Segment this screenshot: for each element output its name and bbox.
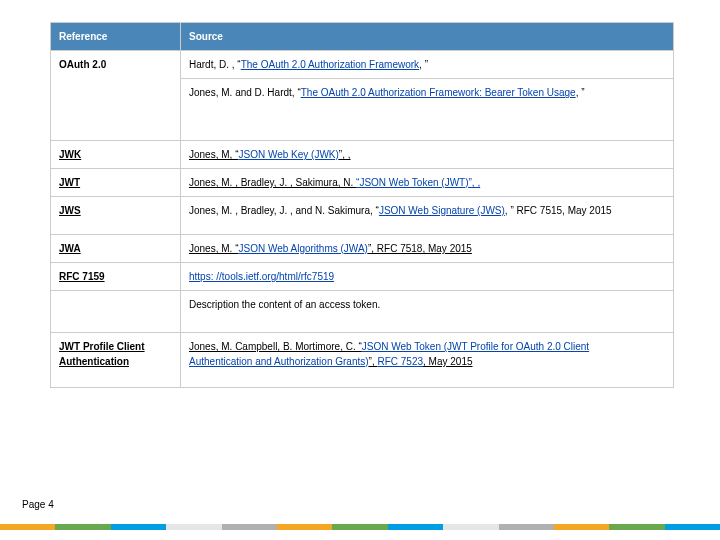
text: , ” — [576, 87, 585, 98]
page-number: Page 4 — [22, 499, 54, 510]
footer-stripe — [0, 524, 720, 530]
link-rfc7523[interactable]: RFC 7523 — [377, 356, 423, 367]
src-description: Description the content of an access tok… — [181, 291, 674, 333]
src-jws: Jones, M. , Bradley, J. , and N. Sakimur… — [181, 197, 674, 235]
row-jwt-profile: JWT Profile Client Authentication Jones,… — [51, 333, 674, 388]
row-jwt: JWT Jones, M. , Bradley, J. , Sakimura, … — [51, 169, 674, 197]
link-oauth-bearer[interactable]: The OAuth 2.0 Authorization Framework: B… — [301, 87, 576, 98]
ref-jws: JWS — [51, 197, 181, 235]
text: , ” RFC 7515, May 2015 — [505, 205, 612, 216]
row-oauth: OAuth 2.0 Hardt, D. , “The OAuth 2.0 Aut… — [51, 51, 674, 79]
link-rfc7159[interactable]: https: //tools.ietf.org/html/rfc7519 — [189, 271, 334, 282]
text: , May 2015 — [423, 356, 472, 367]
text: Jones, M, “ — [189, 149, 238, 160]
text: Jones, M. “ — [189, 243, 238, 254]
stripe-seg — [332, 524, 387, 530]
ref-jwa: JWA — [51, 235, 181, 263]
text: Jones, M. , Bradley, J. , Sakimura, N. — [189, 177, 356, 188]
src-oauth-2: Jones, M. and D. Hardt, “The OAuth 2.0 A… — [181, 79, 674, 141]
text: JWT Profile Client — [59, 341, 145, 352]
src-oauth-1: Hardt, D. , “The OAuth 2.0 Authorization… — [181, 51, 674, 79]
ref-oauth: OAuth 2.0 — [51, 51, 181, 141]
text: ”, RFC 7518, May 2015 — [368, 243, 472, 254]
src-rfc7159: https: //tools.ietf.org/html/rfc7519 — [181, 263, 674, 291]
ref-rfc7159: RFC 7159 — [51, 263, 181, 291]
stripe-seg — [499, 524, 554, 530]
link-jwa[interactable]: JSON Web Algorithms (JWA) — [238, 243, 367, 254]
stripe-seg — [111, 524, 166, 530]
row-jwk: JWK Jones, M, “JSON Web Key (JWK)”, , — [51, 141, 674, 169]
link-jwt-profile[interactable]: JSON Web Token (JWT Profile for OAuth 2.… — [362, 341, 589, 352]
src-jwk: Jones, M, “JSON Web Key (JWK)”, , — [181, 141, 674, 169]
text: Hardt, D. , “ — [189, 59, 241, 70]
text: Jones, M. , Bradley, J. , and N. Sakimur… — [189, 205, 379, 216]
row-jws: JWS Jones, M. , Bradley, J. , and N. Sak… — [51, 197, 674, 235]
stripe-seg — [166, 524, 221, 530]
stripe-seg — [277, 524, 332, 530]
stripe-seg — [665, 524, 720, 530]
stripe-seg — [222, 524, 277, 530]
stripe-seg — [443, 524, 498, 530]
stripe-seg — [0, 524, 55, 530]
row-rfc7159: RFC 7159 https: //tools.ietf.org/html/rf… — [51, 263, 674, 291]
stripe-seg — [609, 524, 664, 530]
text: Jones, M. Campbell, B. Mortimore, C. “ — [189, 341, 362, 352]
text: Jones, M. and D. Hardt, “ — [189, 87, 301, 98]
references-table: Reference Source OAuth 2.0 Hardt, D. , “… — [50, 22, 674, 388]
text: Authentication — [59, 356, 129, 367]
stripe-seg — [388, 524, 443, 530]
row-jwa: JWA Jones, M. “JSON Web Algorithms (JWA)… — [51, 235, 674, 263]
stripe-seg — [554, 524, 609, 530]
col-source: Source — [181, 23, 674, 51]
row-description: Description the content of an access tok… — [51, 291, 674, 333]
src-jwt: Jones, M. , Bradley, J. , Sakimura, N. “… — [181, 169, 674, 197]
src-jwa: Jones, M. “JSON Web Algorithms (JWA)”, R… — [181, 235, 674, 263]
src-jwt-profile: Jones, M. Campbell, B. Mortimore, C. “JS… — [181, 333, 674, 388]
link-jwk[interactable]: JSON Web Key (JWK) — [238, 149, 338, 160]
link-oauth-framework[interactable]: The OAuth 2.0 Authorization Framework — [241, 59, 419, 70]
ref-jwt: JWT — [51, 169, 181, 197]
col-reference: Reference — [51, 23, 181, 51]
stripe-seg — [55, 524, 110, 530]
link-jws[interactable]: JSON Web Signature (JWS) — [379, 205, 505, 216]
ref-jwt-profile: JWT Profile Client Authentication — [51, 333, 181, 388]
ref-empty — [51, 291, 181, 333]
link-jwt-profile-b[interactable]: Authentication and Authorization Grants) — [189, 356, 369, 367]
ref-jwk: JWK — [51, 141, 181, 169]
table-header-row: Reference Source — [51, 23, 674, 51]
text: , ” — [419, 59, 428, 70]
text: ”, , — [339, 149, 351, 160]
link-jwt[interactable]: “JSON Web Token (JWT)”, , — [356, 177, 480, 188]
